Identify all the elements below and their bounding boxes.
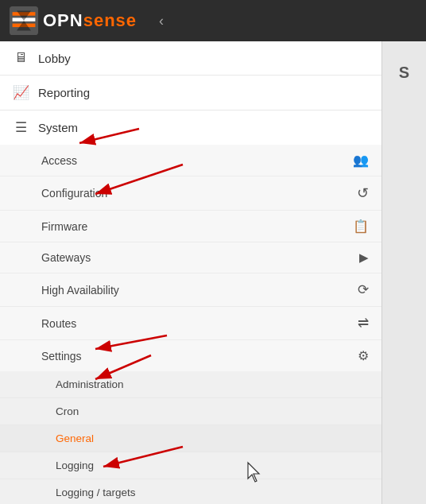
subsub-item-administration[interactable]: Administration <box>0 371 381 398</box>
system-label: System <box>38 121 78 134</box>
submenu-item-settings[interactable]: Settings ⚙ <box>0 340 381 371</box>
settings-label: Settings <box>41 350 82 362</box>
routes-label: Routes <box>41 317 76 330</box>
high-availability-icon: ⟳ <box>358 281 369 298</box>
header: OPNsense ‹ <box>0 0 426 41</box>
subsub-item-general[interactable]: General <box>0 425 381 452</box>
administration-label: Administration <box>56 378 124 390</box>
lobby-label: Lobby <box>38 52 71 65</box>
system-icon: ☰ <box>13 119 29 136</box>
logo-brand: OPN <box>43 10 83 30</box>
configuration-label: Configuration <box>41 187 107 200</box>
sidebar: 🖥 Lobby 📈 Reporting ☰ System Access 👥 Co… <box>0 41 381 504</box>
high-availability-label: High Availability <box>41 284 119 297</box>
logo-text: OPNsense <box>43 10 137 31</box>
access-icon: 👥 <box>353 153 369 168</box>
submenu-item-routes[interactable]: Routes ⇌ <box>0 307 381 340</box>
logo-suffix: sense <box>83 10 137 30</box>
settings-submenu: Administration Cron General Logging Logg… <box>0 371 381 504</box>
cron-label: Cron <box>56 405 79 417</box>
access-label: Access <box>41 154 77 167</box>
general-label: General <box>56 432 94 444</box>
logo-area: OPNsense <box>10 6 137 35</box>
firmware-label: Firmware <box>41 220 87 233</box>
logging-targets-label: Logging / targets <box>56 487 136 498</box>
subsub-item-logging-targets[interactable]: Logging / targets <box>0 479 381 504</box>
settings-icon: ⚙ <box>358 348 369 363</box>
reporting-icon: 📈 <box>13 84 29 101</box>
right-panel: S <box>381 41 426 504</box>
subsub-item-logging[interactable]: Logging <box>0 452 381 479</box>
reporting-label: Reporting <box>38 86 90 99</box>
logo-icon <box>10 6 38 35</box>
main-layout: 🖥 Lobby 📈 Reporting ☰ System Access 👥 Co… <box>0 41 426 504</box>
right-panel-initial: S <box>399 64 409 82</box>
logging-label: Logging <box>56 459 94 471</box>
collapse-button[interactable]: ‹ <box>153 10 170 33</box>
submenu-item-firmware[interactable]: Firmware 📋 <box>0 211 381 242</box>
sidebar-item-system[interactable]: ☰ System <box>0 110 381 145</box>
sidebar-item-lobby[interactable]: 🖥 Lobby <box>0 41 381 76</box>
submenu-item-configuration[interactable]: Configuration ↺ <box>0 176 381 211</box>
system-submenu: Access 👥 Configuration ↺ Firmware 📋 Gate… <box>0 145 381 504</box>
gateways-icon: ▶ <box>359 250 369 265</box>
submenu-item-access[interactable]: Access 👥 <box>0 145 381 176</box>
configuration-icon: ↺ <box>357 184 369 202</box>
firmware-icon: 📋 <box>353 219 369 234</box>
sidebar-item-reporting[interactable]: 📈 Reporting <box>0 76 381 110</box>
gateways-label: Gateways <box>41 251 91 264</box>
routes-icon: ⇌ <box>358 315 369 331</box>
submenu-item-high-availability[interactable]: High Availability ⟳ <box>0 273 381 307</box>
lobby-icon: 🖥 <box>13 50 29 66</box>
submenu-item-gateways[interactable]: Gateways ▶ <box>0 242 381 273</box>
subsub-item-cron[interactable]: Cron <box>0 398 381 425</box>
